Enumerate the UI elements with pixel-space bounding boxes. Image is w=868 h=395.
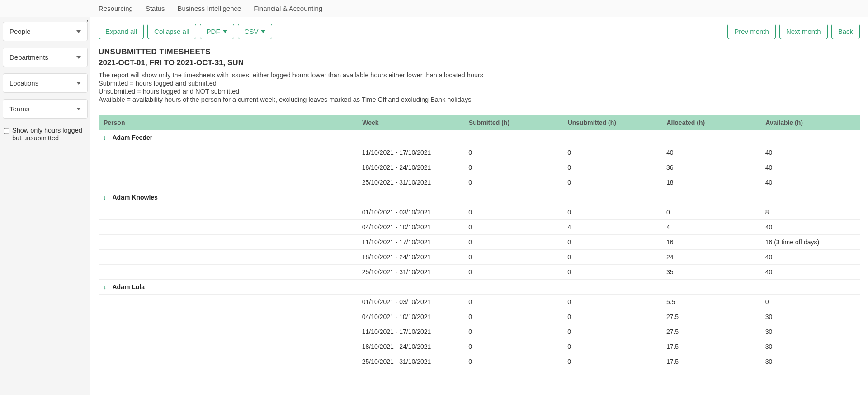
collapse-all-button[interactable]: Collapse all (147, 24, 196, 39)
top-tab[interactable]: Business Intelligence (177, 0, 241, 17)
column-header[interactable]: Week (358, 115, 464, 130)
table-cell: 17.5 (662, 339, 761, 354)
prev-month-button[interactable]: Prev month (727, 24, 776, 39)
filter-label: People (9, 28, 31, 35)
table-cell (99, 339, 358, 354)
table-cell (99, 234, 358, 249)
table-row: 01/10/2021 - 03/10/2021005.50 (99, 294, 860, 309)
table-cell: 35 (662, 264, 761, 279)
top-tab[interactable]: Resourcing (99, 0, 133, 17)
show-only-unsubmitted-input[interactable] (4, 128, 9, 135)
table-row: 25/10/2021 - 31/10/2021003540 (99, 264, 860, 279)
table-cell: 0 (563, 324, 662, 339)
table-row: 25/10/2021 - 31/10/2021001840 (99, 175, 860, 190)
back-arrow-icon[interactable]: ← (85, 15, 94, 26)
description-line: Submitted = hours logged and submitted (99, 79, 860, 87)
table-cell: 01/10/2021 - 03/10/2021 (358, 205, 464, 219)
table-cell: 0 (464, 294, 563, 309)
table-row: 18/10/2021 - 24/10/2021003640 (99, 160, 860, 175)
table-cell: 18 (662, 175, 761, 190)
table-cell (99, 205, 358, 219)
table-cell: 27.5 (662, 324, 761, 339)
filter-dropdown[interactable]: Departments (3, 48, 88, 67)
pdf-dropdown-button[interactable]: PDF (200, 24, 234, 39)
table-cell: 40 (761, 249, 860, 264)
table-cell: 18/10/2021 - 24/10/2021 (358, 249, 464, 264)
table-cell: 0 (464, 309, 563, 324)
column-header[interactable]: Unsubmitted (h) (563, 115, 662, 130)
column-header[interactable]: Available (h) (761, 115, 860, 130)
table-cell: 5.5 (662, 294, 761, 309)
top-tab[interactable]: Status (146, 0, 165, 17)
table-cell: 0 (563, 294, 662, 309)
table-cell: 0 (464, 324, 563, 339)
column-header[interactable]: Submitted (h) (464, 115, 563, 130)
person-group-row[interactable]: ↓Adam Lola (99, 279, 860, 294)
table-cell: 04/10/2021 - 10/10/2021 (358, 309, 464, 324)
table-cell: 27.5 (662, 309, 761, 324)
table-cell: 0 (563, 309, 662, 324)
table-row: 18/10/2021 - 24/10/2021002440 (99, 249, 860, 264)
person-name: Adam Lola (113, 283, 145, 290)
table-cell (99, 145, 358, 160)
chevron-down-icon (76, 56, 81, 59)
table-cell: 40 (761, 264, 860, 279)
table-cell: 30 (761, 309, 860, 324)
top-tab[interactable]: Financial & Accounting (254, 0, 322, 17)
table-cell: 36 (662, 160, 761, 175)
table-cell: 0 (563, 264, 662, 279)
main-content: Expand all Collapse all PDF CSV Prev mon… (90, 17, 868, 395)
filter-dropdown[interactable]: Locations (3, 73, 88, 93)
table-row: 11/10/2021 - 17/10/2021001616 (3 time of… (99, 234, 860, 249)
table-cell: 0 (563, 354, 662, 369)
back-button[interactable]: Back (831, 24, 860, 39)
collapse-icon[interactable]: ↓ (102, 283, 108, 290)
csv-dropdown-button[interactable]: CSV (238, 24, 273, 39)
filter-label: Locations (9, 79, 38, 87)
table-cell (99, 309, 358, 324)
filter-dropdown[interactable]: Teams (3, 99, 88, 119)
table-cell: 0 (761, 294, 860, 309)
chevron-down-icon (76, 108, 81, 110)
report-description: The report will show only the timesheets… (99, 71, 860, 104)
table-cell: 0 (563, 160, 662, 175)
description-line: Unsubmitted = hours logged and NOT submi… (99, 87, 860, 95)
table-cell: 0 (563, 339, 662, 354)
filter-dropdown[interactable]: People (3, 22, 88, 41)
table-cell: 40 (662, 145, 761, 160)
collapse-icon[interactable]: ↓ (102, 194, 108, 201)
date-range: 2021-OCT-01, FRI TO 2021-OCT-31, SUN (99, 58, 860, 67)
table-cell: 8 (761, 205, 860, 219)
table-cell: 18/10/2021 - 24/10/2021 (358, 160, 464, 175)
table-cell: 4 (563, 219, 662, 234)
chevron-down-icon (76, 82, 81, 85)
table-cell: 0 (464, 145, 563, 160)
person-group-row[interactable]: ↓Adam Feeder (99, 130, 860, 145)
table-row: 04/10/2021 - 10/10/202104440 (99, 219, 860, 234)
table-cell: 30 (761, 339, 860, 354)
chevron-down-icon (223, 30, 227, 33)
table-cell: 30 (761, 354, 860, 369)
table-cell: 0 (464, 219, 563, 234)
column-header[interactable]: Allocated (h) (662, 115, 761, 130)
expand-all-button[interactable]: Expand all (99, 24, 144, 39)
top-tabs: ResourcingStatusBusiness IntelligenceFin… (0, 0, 868, 17)
table-cell: 0 (563, 205, 662, 219)
next-month-button[interactable]: Next month (779, 24, 828, 39)
table-cell: 40 (761, 145, 860, 160)
table-cell: 0 (464, 205, 563, 219)
table-cell: 0 (464, 264, 563, 279)
show-only-unsubmitted-checkbox[interactable]: Show only hours logged but unsubmitted (3, 125, 88, 144)
table-cell: 4 (662, 219, 761, 234)
table-cell (99, 219, 358, 234)
table-cell: 0 (464, 249, 563, 264)
collapse-icon[interactable]: ↓ (102, 134, 108, 141)
table-cell (99, 249, 358, 264)
table-cell (99, 324, 358, 339)
person-group-row[interactable]: ↓Adam Knowles (99, 190, 860, 205)
column-header[interactable]: Person (99, 115, 358, 130)
table-cell: 0 (563, 249, 662, 264)
table-cell: 0 (464, 175, 563, 190)
table-cell: 17.5 (662, 354, 761, 369)
table-cell (99, 294, 358, 309)
